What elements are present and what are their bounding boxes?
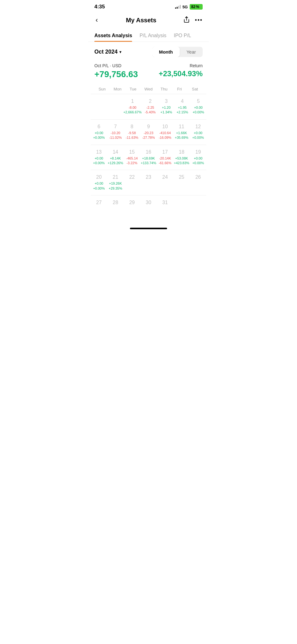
calendar: Sun Mon Tue Wed Thu Fri Sat 1 -8.00 +2,6…: [88, 84, 209, 220]
pl-summary: Oct P/L · USD +79,756.63 Return +23,504.…: [88, 61, 209, 84]
list-item: 23: [140, 173, 157, 192]
list-item[interactable]: 6 +0.00 +0.00%: [91, 123, 107, 142]
share-icon[interactable]: [183, 16, 190, 24]
list-item[interactable]: 14 +8.14K +129.26%: [107, 148, 124, 167]
list-item[interactable]: 3 +1.20 +1.34%: [158, 97, 174, 116]
status-bar: 4:35 5G 82%: [88, 0, 209, 12]
pl-label: Oct P/L · USD: [94, 63, 138, 68]
list-item: [91, 97, 107, 116]
pl-right: Return +23,504.93%: [159, 63, 203, 78]
list-item[interactable]: 11 +1.66K +35.69%: [173, 123, 190, 142]
list-item[interactable]: 2 -2.25 -5.40%: [142, 97, 158, 116]
day-header-thu: Thu: [156, 87, 172, 91]
list-item: [107, 97, 123, 116]
signal-icon: [175, 5, 181, 9]
calendar-week-2: 6 +0.00 +0.00% 7 -10.20 -11.02% 8 -9.58 …: [91, 120, 206, 145]
header: ‹ My Assets •••: [88, 12, 209, 30]
list-item: 30: [140, 199, 157, 217]
nav-tabs: Assets Analysis P/L Analysis IPO P/L: [88, 30, 209, 42]
list-item: 22: [124, 173, 140, 192]
list-item[interactable]: 7 -10.20 -11.02%: [107, 123, 123, 142]
network-type: 5G: [183, 5, 188, 9]
day-header-wed: Wed: [141, 87, 156, 91]
selected-month: Oct 2024: [94, 49, 118, 55]
list-item[interactable]: 5 +0.00 +0.00%: [190, 97, 206, 116]
list-item: 24: [157, 173, 173, 192]
home-indicator: [130, 228, 167, 229]
list-item[interactable]: 4 +1.95 +2.15%: [174, 97, 190, 116]
calendar-week-5: 27 28 29 30 31: [91, 195, 206, 220]
pl-value: +79,756.63: [94, 69, 138, 79]
list-item[interactable]: 21 +19.26K +29.35%: [107, 173, 123, 192]
list-item[interactable]: 10 -410.64 -16.09%: [157, 123, 173, 142]
list-item[interactable]: 9 -20.23 -27.78%: [140, 123, 157, 142]
tab-pl-analysis[interactable]: P/L Analysis: [140, 30, 166, 42]
list-item[interactable]: 16 +18.69K +133.74%: [140, 148, 157, 167]
tab-assets-analysis[interactable]: Assets Analysis: [94, 30, 132, 42]
day-header-tue: Tue: [125, 87, 141, 91]
list-item[interactable]: 20 +0.00 +0.00%: [91, 173, 107, 192]
list-item[interactable]: 12 +0.00 +0.00%: [190, 123, 206, 142]
calendar-week-3: 13 +0.00 +0.00% 14 +8.14K +129.26% 15 -4…: [91, 145, 206, 170]
list-item: 25: [173, 173, 190, 192]
list-item[interactable]: 1 -8.00 +2,666.67%: [123, 97, 142, 116]
calendar-week-4: 20 +0.00 +0.00% 21 +19.26K +29.35% 22 23…: [91, 170, 206, 195]
list-item: 26: [190, 173, 206, 192]
day-header-mon: Mon: [110, 87, 125, 91]
year-period-button[interactable]: Year: [180, 47, 203, 57]
month-selector[interactable]: Oct 2024 ▾: [94, 49, 121, 55]
month-period-button[interactable]: Month: [152, 47, 180, 57]
day-header-sat: Sat: [187, 87, 203, 91]
day-header-fri: Fri: [172, 87, 187, 91]
list-item[interactable]: 13 +0.00 +0.00%: [91, 148, 107, 167]
day-headers: Sun Mon Tue Wed Thu Fri Sat: [91, 84, 206, 94]
list-item: 28: [107, 199, 123, 217]
list-item[interactable]: 17 -20.14K -61.66%: [157, 148, 173, 167]
list-item[interactable]: 19 +0.00 +0.00%: [190, 148, 206, 167]
list-item: 29: [124, 199, 140, 217]
status-right: 5G 82%: [175, 4, 203, 10]
day-header-sun: Sun: [94, 87, 110, 91]
calendar-week-1: 1 -8.00 +2,666.67% 2 -2.25 -5.40% 3 +1.2…: [91, 94, 206, 120]
dropdown-arrow-icon: ▾: [119, 50, 121, 54]
list-item: 27: [91, 199, 107, 217]
list-item[interactable]: 8 -9.58 -11.63%: [124, 123, 140, 142]
period-toggle: Month Year: [152, 47, 203, 57]
back-button[interactable]: ‹: [94, 15, 99, 25]
return-label: Return: [159, 63, 203, 68]
more-icon[interactable]: •••: [195, 17, 203, 24]
tab-ipo-pl[interactable]: IPO P/L: [174, 30, 191, 42]
page-title: My Assets: [126, 17, 156, 24]
list-item: 31: [157, 199, 173, 217]
bottom-bar: [88, 220, 209, 233]
pl-left: Oct P/L · USD +79,756.63: [94, 63, 138, 79]
list-item: [173, 199, 190, 217]
header-actions: •••: [183, 16, 203, 24]
status-time: 4:35: [94, 4, 105, 10]
list-item[interactable]: 18 +53.08K +423.83%: [173, 148, 190, 167]
battery-indicator: 82%: [190, 4, 203, 10]
controls-row: Oct 2024 ▾ Month Year: [88, 42, 209, 61]
return-value: +23,504.93%: [159, 69, 203, 78]
list-item: [190, 199, 206, 217]
list-item[interactable]: 15 -465.14 -3.22%: [124, 148, 140, 167]
